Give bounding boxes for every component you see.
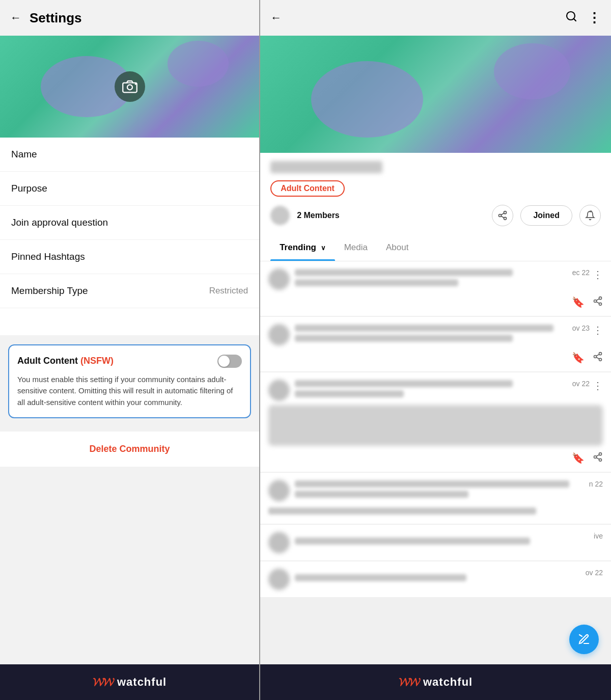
feed-item-header: n 22 xyxy=(268,480,603,501)
feed-item: ive xyxy=(260,525,611,560)
left-header: ← Settings xyxy=(0,0,259,36)
community-stats: 2 Members Joined xyxy=(270,205,601,226)
page-title-left: Settings xyxy=(30,10,82,26)
feed-date: ov 22 xyxy=(572,380,590,388)
feed-item-left xyxy=(268,380,567,401)
share-icon[interactable] xyxy=(593,352,603,364)
blur-line xyxy=(295,325,553,332)
svg-line-10 xyxy=(502,213,505,214)
settings-label-purpose: Purpose xyxy=(11,183,47,194)
tab-about[interactable]: About xyxy=(377,234,418,261)
feed-item-left xyxy=(268,268,567,290)
feed-date: ec 22 xyxy=(572,268,590,277)
more-icon[interactable]: ⋮ xyxy=(593,380,603,392)
svg-line-26 xyxy=(596,457,599,459)
right-header: ← ⋮ xyxy=(260,0,611,36)
feed-content-blur xyxy=(295,380,567,400)
feed-date: ive xyxy=(594,532,603,540)
feed-image-blur xyxy=(268,405,603,446)
watchful-logo-left: 𝓦𝓦 watchful xyxy=(93,676,166,689)
tab-trending[interactable]: Trending ∨ xyxy=(270,234,335,261)
blur-line xyxy=(295,537,530,545)
left-panel: ← Settings Name Purpose Join app xyxy=(0,0,259,700)
banner-left xyxy=(0,36,259,138)
feed-actions: 🔖 xyxy=(268,349,603,364)
settings-item-name[interactable]: Name xyxy=(0,138,259,172)
adult-content-title: Adult Content (NSFW) xyxy=(17,356,114,366)
feed-item: ov 23 ⋮ 🔖 xyxy=(260,317,611,371)
adult-content-box: Adult Content (NSFW) You must enable thi… xyxy=(8,344,251,419)
feed-item-left xyxy=(268,480,584,501)
adult-content-description: You must enable this setting if your com… xyxy=(17,374,242,409)
feed-actions: 🔖 xyxy=(268,450,603,465)
blur-line xyxy=(295,269,513,276)
feed-item-left xyxy=(268,324,567,345)
avatar xyxy=(268,324,290,345)
feed-date: ov 22 xyxy=(586,569,603,577)
feed-content-blur xyxy=(295,537,589,548)
svg-line-12 xyxy=(591,211,592,212)
svg-line-28 xyxy=(579,635,582,636)
joined-button[interactable]: Joined xyxy=(520,205,572,226)
more-icon[interactable]: ⋮ xyxy=(593,268,603,281)
avatar xyxy=(268,480,290,501)
avatar xyxy=(268,532,290,553)
notify-button[interactable] xyxy=(579,205,601,226)
feed-item-left xyxy=(268,569,580,590)
settings-item-membership[interactable]: Membership Type Restricted xyxy=(0,274,259,308)
settings-item-join-question[interactable]: Join approval question xyxy=(0,206,259,240)
avatar xyxy=(268,569,290,590)
feed-item: ec 22 ⋮ 🔖 xyxy=(260,261,611,316)
more-icon[interactable]: ⋮ xyxy=(593,324,603,336)
feed-date: n 22 xyxy=(589,480,603,488)
settings-list: Name Purpose Join approval question Pinn… xyxy=(0,138,259,335)
feed-item: n 22 xyxy=(260,473,611,524)
share-button[interactable] xyxy=(492,205,513,226)
search-icon[interactable] xyxy=(565,10,577,25)
banner-right xyxy=(260,36,611,153)
tab-media[interactable]: Media xyxy=(335,234,377,261)
feed-item-header: ec 22 ⋮ xyxy=(268,268,603,290)
bookmark-icon[interactable]: 🔖 xyxy=(572,296,585,309)
feed-item-header: ov 23 ⋮ xyxy=(268,324,603,345)
feed-content-blur xyxy=(295,325,567,345)
svg-line-21 xyxy=(596,357,599,359)
more-options-icon[interactable]: ⋮ xyxy=(588,10,601,26)
watchful-text-left: watchful xyxy=(117,676,166,689)
bookmark-icon[interactable]: 🔖 xyxy=(572,352,585,364)
feed-item-header: ov 22 ⋮ xyxy=(268,380,603,401)
svg-line-17 xyxy=(596,299,599,300)
tabs-row: Trending ∨ Media About xyxy=(260,234,611,261)
watchful-icon-right: 𝓦𝓦 xyxy=(399,676,419,689)
svg-line-9 xyxy=(502,216,505,218)
feed-date: ov 23 xyxy=(572,324,590,332)
feed-content-blur xyxy=(295,269,567,289)
fab-compose-button[interactable] xyxy=(569,625,599,654)
camera-button[interactable] xyxy=(115,71,145,102)
settings-label-join-question: Join approval question xyxy=(11,217,108,228)
settings-item-purpose[interactable]: Purpose xyxy=(0,172,259,206)
back-button-right[interactable]: ← xyxy=(270,11,282,24)
blur-line xyxy=(295,390,404,397)
right-header-left: ← xyxy=(270,11,282,24)
blur-line xyxy=(295,335,513,342)
adult-content-tag: Adult Content xyxy=(270,180,345,197)
svg-line-22 xyxy=(596,354,599,356)
member-avatar-blur xyxy=(270,206,290,225)
nsfw-label: (NSFW) xyxy=(80,356,114,366)
avatar xyxy=(268,268,290,290)
share-icon[interactable] xyxy=(593,296,603,309)
blur-line xyxy=(268,507,536,515)
bookmark-icon[interactable]: 🔖 xyxy=(572,452,585,465)
delete-community-button[interactable]: Delete Community xyxy=(0,432,259,467)
feed-item: ov 22 ⋮ 🔖 xyxy=(260,372,611,472)
adult-content-toggle[interactable] xyxy=(217,355,242,368)
settings-label-hashtags: Pinned Hashtags xyxy=(11,251,85,262)
community-info: Adult Content 2 Members Joined xyxy=(260,153,611,234)
share-icon[interactable] xyxy=(593,452,603,465)
blur-line xyxy=(295,574,466,581)
feed-item: ov 22 xyxy=(260,561,611,597)
feed-content-blur xyxy=(295,574,580,584)
back-button-left[interactable]: ← xyxy=(10,11,21,24)
settings-item-hashtags[interactable]: Pinned Hashtags xyxy=(0,240,259,274)
